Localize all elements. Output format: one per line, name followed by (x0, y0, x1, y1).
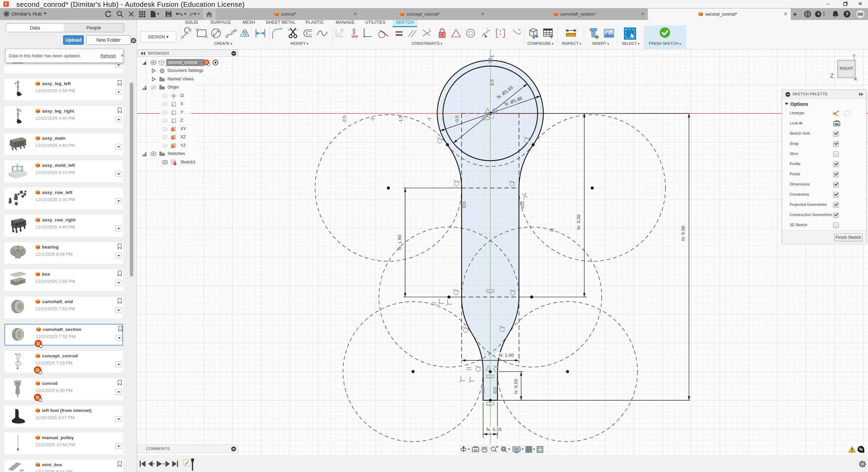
svg-text:?: ? (846, 12, 848, 17)
svg-text:0.5: 0.5 (490, 79, 495, 85)
svg-text:-1.5: -1.5 (398, 116, 403, 123)
svg-text:fx: 3.20: fx: 3.20 (576, 215, 581, 230)
svg-text:D: D (36, 395, 39, 400)
svg-text:-2.5: -2.5 (342, 116, 347, 123)
svg-text:fx: 1.00: fx: 1.00 (499, 353, 514, 358)
svg-text:-0.5: -0.5 (454, 116, 459, 123)
svg-text:fx: 0.25: fx: 0.25 (487, 427, 501, 432)
svg-text:D: D (205, 61, 208, 64)
svg-text:-2: -2 (370, 117, 375, 121)
svg-text:fx: 5.00: fx: 5.00 (680, 226, 686, 241)
svg-text:fx: 0.50: fx: 0.50 (513, 379, 518, 394)
svg-text:-1: -1 (427, 117, 432, 121)
svg-text:1: 1 (490, 55, 495, 57)
svg-text:D: D (36, 368, 39, 373)
svg-text:fx: 1.90: fx: 1.90 (397, 235, 402, 250)
svg-text:D: D (37, 341, 40, 346)
